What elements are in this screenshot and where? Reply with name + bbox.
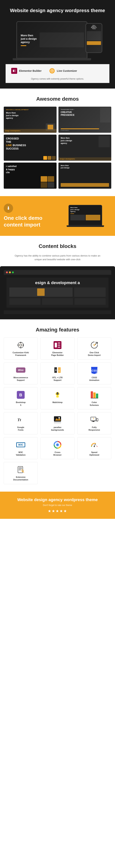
mailchimp-card-icon	[53, 390, 62, 400]
hero-section: Website design agency wordpress theme Mo…	[0, 0, 115, 89]
one-click-title: One click demo content import	[4, 215, 56, 228]
mailchimp-card-label: Mailchimp	[53, 401, 62, 404]
svg-rect-45	[91, 421, 95, 421]
svg-rect-38	[91, 398, 98, 398]
demo-card-3[interactable]: CROSSEDTHELINE BUSINESSSUCCESS	[4, 134, 57, 161]
feature-w3c: W3C W3CValidation	[4, 437, 38, 459]
svg-rect-41	[54, 422, 61, 423]
amazing-features-section: Amazing features Customizer KirkiFramewo…	[0, 319, 115, 492]
w3c-card-icon: W3C	[16, 440, 25, 450]
footer-stars: ★★★★★	[4, 509, 111, 513]
demo-card-6[interactable]: More thenjust design	[58, 162, 111, 189]
googlefonts-card-label: GoogleFonts	[17, 426, 24, 431]
demo-heading-1: More thenjust a designagency	[6, 112, 54, 120]
svg-rect-17	[58, 343, 60, 343]
demos-grid: design & development More thenjust a des…	[4, 106, 111, 189]
svg-rect-40	[54, 416, 61, 422]
laptop-frame: More thenjust a designagency	[17, 21, 87, 59]
feature-googlefonts: Tt GoogleFonts	[4, 412, 38, 434]
speed-card-label: SpeedOptimized	[89, 451, 99, 456]
svg-point-13	[23, 344, 24, 346]
svg-point-10	[20, 342, 21, 343]
hero-mockup: More thenjust a designagency MoreMagneto…	[13, 20, 102, 60]
elementor-card-icon	[53, 340, 62, 350]
feature-customizer: Customizer KirkiFramework	[4, 337, 38, 360]
rtl-card-label: RTL + LTRSupport	[53, 376, 62, 382]
feature-css3: CSS 3 CSS3Animation	[77, 363, 111, 384]
laptop-screen: More thenjust a designagency	[17, 22, 87, 58]
content-blocks-mockup: esign & development a	[0, 266, 115, 319]
rtl-card-icon: A ع	[53, 365, 62, 375]
mini-laptop-screen: More thenjust a designagency	[69, 205, 102, 222]
marquee-inner: esign & development a	[35, 280, 80, 285]
demos-title: Awesome demos	[4, 96, 111, 102]
one-click-mockup: More thenjust a designagency	[59, 205, 111, 227]
feature-responsive: FullyResponsive	[77, 412, 111, 434]
svg-rect-19	[58, 347, 60, 347]
svg-text:ع: ع	[59, 369, 60, 372]
phone-frame: MoreMagnetoWordpressTheme	[86, 23, 102, 53]
elementor-card-label: ElementorPage Builder	[51, 351, 64, 356]
speed-card-icon	[90, 440, 99, 450]
laptop-base	[13, 58, 91, 60]
bootstrap-card-label: Bootstrap5	[16, 401, 26, 406]
content-blocks-title: Content blocks	[4, 243, 111, 249]
demo-card-4[interactable]: More thenjust a designagency design & de…	[58, 134, 111, 161]
svg-point-9	[20, 344, 22, 346]
svg-point-54	[91, 446, 92, 447]
svg-text:A: A	[55, 369, 57, 372]
svg-rect-46	[93, 421, 94, 422]
feature-elementor: ElementorPage Builder	[40, 337, 75, 360]
svg-text:B: B	[19, 393, 22, 397]
elementor-label: Elementor Builder	[19, 69, 41, 72]
feature-woocommerce: Woo WoocommerceSupport	[4, 363, 38, 384]
crossbrowser-card-label: CrossBrowser	[53, 451, 62, 456]
responsive-card-icon	[90, 415, 99, 425]
footer-section: Website design agency wordpress theme Do…	[0, 492, 115, 519]
svg-point-8	[18, 342, 24, 348]
parallax-card-icon	[53, 415, 62, 425]
svg-point-33	[57, 393, 57, 393]
features-description: Ogency comes with extremly powerful them…	[6, 78, 109, 83]
mini-laptop-base	[67, 225, 104, 227]
w3c-card-label: W3CValidation	[16, 451, 26, 456]
phone-screen: MoreMagnetoWordpressTheme	[86, 24, 102, 52]
one-click-text: ⬇ One click demo content import	[4, 204, 56, 228]
demo-card-2[interactable]: TRANSFORM YOUR + CREATIVEPRESSENCE Creat…	[58, 106, 111, 133]
color-card-icon	[90, 390, 99, 400]
crossbrowser-card-icon	[53, 440, 62, 450]
elementor-icon	[11, 68, 17, 74]
woo-card-label: WoocommerceSupport	[13, 376, 28, 382]
svg-rect-57	[19, 468, 22, 468]
feature-oneclick: One ClickDemo Import	[77, 337, 111, 360]
feature-crossbrowser: CrossBrowser	[40, 437, 75, 459]
demo-card-5[interactable]: r satisfied& happyclie	[4, 162, 57, 189]
svg-point-7	[52, 70, 53, 71]
svg-text:3: 3	[96, 372, 97, 374]
svg-point-51	[56, 443, 59, 446]
parallax-card-label: parallaxbackgrounds	[51, 426, 64, 431]
feature-docs: ExtensiveDocumentation	[4, 462, 38, 484]
demo-card-1[interactable]: design & development More thenjust a des…	[4, 106, 57, 133]
feature-rtl: A ع RTL + LTRSupport	[40, 363, 75, 384]
customizer-icon	[49, 68, 55, 74]
feature-mailchimp: Mailchimp	[40, 387, 75, 409]
docs-card-icon	[16, 465, 25, 474]
svg-rect-58	[19, 469, 22, 469]
marquee-text: esign & development a	[9, 280, 106, 285]
footer-title: Website design agency wordpress theme	[4, 497, 111, 503]
one-click-icon: ⬇	[4, 204, 13, 213]
svg-rect-59	[19, 470, 21, 470]
oneclick-card-label: One ClickDemo Import	[88, 351, 100, 356]
feature-parallax: parallaxbackgrounds	[40, 412, 75, 434]
features-bar: Elementor Builder Live Customizer	[6, 64, 109, 78]
svg-point-55	[97, 446, 97, 447]
svg-rect-2	[15, 70, 16, 70]
feature-bootstrap: B Bootstrap5	[4, 387, 38, 409]
demos-section: Awesome demos design & development More …	[0, 89, 115, 196]
footer-subtitle: Don't forget to rate our theme	[4, 504, 111, 506]
googlefonts-card-icon: Tt	[16, 415, 25, 425]
feature-speed: SpeedOptimized	[77, 437, 111, 459]
svg-rect-18	[58, 345, 60, 345]
css3-card-label: CSS3Animation	[89, 376, 99, 382]
